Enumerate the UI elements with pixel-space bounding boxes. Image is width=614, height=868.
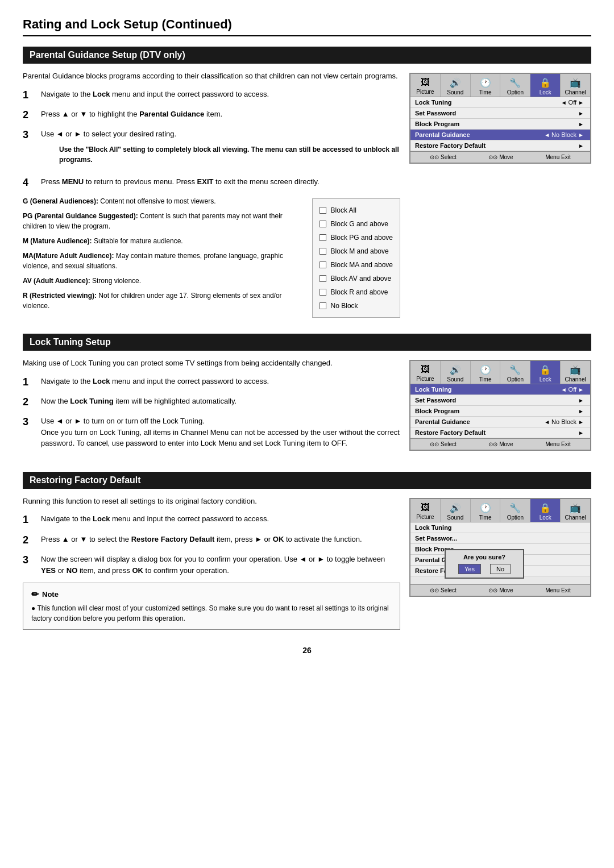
pg-checkbox (320, 221, 326, 227)
pg-option-no-block: No Block (320, 299, 393, 313)
tv-icon-channel-2: 📺Channel (561, 361, 590, 384)
tv-row-parental-guidance-2: Parental Guidance ◄ No Block ► (410, 417, 590, 427)
page-number: 26 (23, 646, 591, 655)
parental-step-1: 1 Navigate to the Lock menu and input th… (23, 89, 400, 102)
rating-desc-left: G (General Audiences): Content not offen… (23, 196, 305, 318)
tv-icon-picture: 🖼Picture (410, 74, 441, 97)
tv-row-restore-factory-2: Restore Factory Default ► (410, 427, 590, 438)
restore-tv-menu: 🖼Picture 🔊Sound 🕐Time 🔧Option 🔒Lock 📺Cha… (409, 498, 591, 597)
pg-checkbox (320, 275, 326, 282)
restore-section: Restoring Factory Default Running this f… (23, 472, 591, 630)
parental-guidance-header: Parental Guidance Setup (DTV only) (23, 47, 591, 64)
pg-checkbox (320, 302, 326, 309)
lock-tuning-tv-menu: 🖼Picture 🔊Sound 🕐Time 🔧Option 🔒Lock 📺Cha… (409, 360, 591, 451)
restore-header-text: Restoring Factory Default (30, 475, 141, 485)
tv-row-set-password-3: Set Passwor... (410, 533, 590, 544)
note-box: ✏ Note ● This function will clear most o… (23, 583, 400, 630)
lock-tuning-intro: Making use of Lock Tuning you can protec… (23, 358, 400, 369)
dialog-title: Are you sure? (454, 554, 515, 560)
tv-icon-sound-3: 🔊Sound (441, 499, 471, 522)
tv-row-restore-factory: Restore Factory Default ► (410, 140, 590, 151)
pg-options-list: Block All Block G and above Block PG and… (312, 198, 400, 318)
tv-icon-lock-active: 🔒Lock (530, 74, 561, 97)
tv-row-set-password-2: Set Password ► (410, 395, 590, 406)
tv-icon-sound-2: 🔊Sound (441, 361, 471, 384)
tv-menu-footer-3: ⊙⊙ Select ⊙⊙ Move Menu Exit (410, 584, 590, 596)
lock-tuning-left-col: Making use of Lock Tuning you can protec… (23, 358, 400, 456)
restore-step-3: 3 Now the screen will display a dialog b… (23, 554, 400, 576)
dialog-no-button[interactable]: No (490, 564, 511, 574)
tv-icon-picture-2: 🖼Picture (410, 361, 441, 384)
tv-icon-channel: 📺Channel (561, 74, 590, 97)
tv-icon-time-3: 🕐Time (471, 499, 501, 522)
pg-checkbox (320, 261, 326, 268)
note-icon: ✏ (31, 589, 39, 600)
tv-row-parental-guidance: Parental Guidance ◄ No Block ► (410, 130, 590, 140)
tv-icon-time-2: 🕐Time (471, 361, 501, 384)
parental-step-4: 4 Press MENU to return to previous menu.… (23, 176, 400, 189)
lock-tuning-step-1: 1 Navigate to the Lock menu and input th… (23, 376, 400, 389)
pg-checkbox (320, 248, 326, 255)
tv-icon-channel-3: 📺Channel (561, 499, 590, 522)
parental-right-col: 🖼Picture 🔊Sound 🕐Time 🔧Option 🔒Lock 📺Cha… (409, 70, 591, 318)
tv-menu-header-1: 🖼Picture 🔊Sound 🕐Time 🔧Option 🔒Lock 📺Cha… (410, 74, 590, 97)
note-header: ✏ Note (31, 589, 392, 600)
tv-row-parental-dialog: Parental Gui... Are you sure? Yes No (410, 555, 590, 566)
restore-step-2: 2 Press ▲ or ▼ to select the Restore Fac… (23, 534, 400, 547)
lock-tuning-step-2: 2 Now the Lock Tuning item will be highl… (23, 396, 400, 409)
tv-row-block-program: Block Program ► (410, 119, 590, 130)
title-suffix: (Continued) (161, 17, 231, 31)
pg-option-m: Block M and above (320, 244, 393, 258)
pg-option-pg: Block PG and above (320, 231, 393, 244)
tv-row-lock-tuning-2: Lock Tuning ◄ Off ► (410, 384, 590, 395)
lock-tuning-header-text: Lock Tuning Setup (30, 337, 111, 347)
parental-guidance-section: Parental Guidance Setup (DTV only) Paren… (23, 47, 591, 318)
tv-icon-option: 🔧Option (500, 74, 530, 97)
tv-row-lock-tuning: Lock Tuning ◄ Off ► (410, 97, 590, 108)
lock-tuning-right-col: 🖼Picture 🔊Sound 🕐Time 🔧Option 🔒Lock 📺Cha… (409, 358, 591, 456)
pg-checkbox (320, 207, 326, 214)
parental-step-2: 2 Press ▲ or ▼ to highlight the Parental… (23, 109, 400, 122)
parental-tv-menu: 🖼Picture 🔊Sound 🕐Time 🔧Option 🔒Lock 📺Cha… (409, 73, 591, 164)
dialog-buttons: Yes No (454, 564, 515, 574)
tv-icon-lock-active-3: 🔒Lock (530, 499, 561, 522)
parental-intro: Parental Guidance blocks programs accord… (23, 70, 400, 82)
tv-icon-sound: 🔊Sound (441, 74, 471, 97)
tv-menu-header-3: 🖼Picture 🔊Sound 🕐Time 🔧Option 🔒Lock 📺Cha… (410, 499, 590, 522)
title-text: Rating and Lock Setup (23, 17, 158, 31)
pg-option-g: Block G and above (320, 217, 393, 231)
tv-row-block-program-2: Block Program ► (410, 406, 590, 417)
restore-step-1: 1 Navigate to the Lock menu and input th… (23, 513, 400, 526)
tv-icon-picture-3: 🖼Picture (410, 499, 441, 522)
tv-icon-option-3: 🔧Option (500, 499, 530, 522)
tv-menu-header-2: 🖼Picture 🔊Sound 🕐Time 🔧Option 🔒Lock 📺Cha… (410, 361, 590, 384)
block-all-note: Use the "Block All" setting to completel… (59, 144, 400, 165)
dialog-yes-button[interactable]: Yes (458, 564, 481, 574)
tv-menu-footer-2: ⊙⊙ Select ⊙⊙ Move Menu Exit (410, 438, 590, 450)
tv-menu-footer-1: ⊙⊙ Select ⊙⊙ Move Menu Exit (410, 151, 590, 163)
pg-checkbox (320, 289, 326, 296)
tv-icon-time: 🕐Time (471, 74, 501, 97)
restore-intro: Running this function to reset all setti… (23, 496, 400, 507)
parental-step-3: 3 Use ◄ or ► to select your desired rati… (23, 128, 400, 169)
tv-icon-lock-active-2: 🔒Lock (530, 361, 561, 384)
lock-tuning-step-3: 3 Use ◄ or ► to turn on or turn off the … (23, 416, 400, 449)
tv-row-set-password: Set Password ► (410, 108, 590, 119)
pg-option-av: Block AV and above (320, 272, 393, 285)
page-title: Rating and Lock Setup (Continued) (23, 17, 591, 36)
tv-icon-option-2: 🔧Option (500, 361, 530, 384)
pg-option-r: Block R and above (320, 285, 393, 299)
lock-tuning-section: Lock Tuning Setup Making use of Lock Tun… (23, 334, 591, 456)
restore-right-col: 🖼Picture 🔊Sound 🕐Time 🔧Option 🔒Lock 📺Cha… (409, 496, 591, 630)
pg-option-block-all: Block All (320, 203, 393, 217)
lock-tuning-header: Lock Tuning Setup (23, 334, 591, 351)
pg-option-ma: Block MA and above (320, 258, 393, 272)
restore-left-col: Running this function to reset all setti… (23, 496, 400, 630)
parental-left-col: Parental Guidance blocks programs accord… (23, 70, 400, 318)
dialog-box: Are you sure? Yes No (445, 549, 524, 579)
restore-header: Restoring Factory Default (23, 472, 591, 489)
tv-row-lock-tuning-3: Lock Tuning (410, 522, 590, 533)
note-text: ● This function will clear most of your … (31, 603, 392, 624)
pg-checkbox (320, 234, 326, 241)
